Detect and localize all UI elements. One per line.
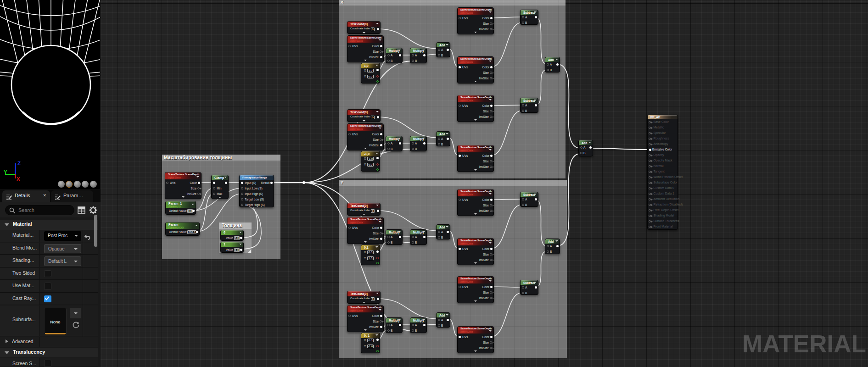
svg-text:Z: Z (17, 161, 21, 166)
svg-text:Y: Y (4, 169, 7, 175)
